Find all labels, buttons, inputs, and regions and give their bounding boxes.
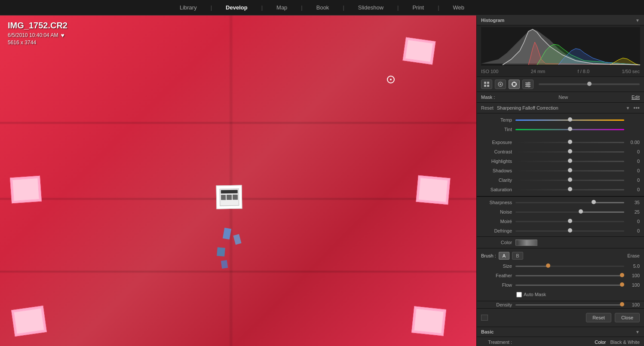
target-tool-btn[interactable]: [509, 80, 520, 89]
moire-slider[interactable]: [515, 221, 624, 222]
exposure-label: Exposure: [481, 140, 515, 145]
nav-slideshow[interactable]: Slideshow: [355, 3, 387, 12]
temp-slider[interactable]: [515, 119, 624, 121]
svg-rect-1: [484, 82, 486, 84]
tape-3: [217, 247, 225, 256]
brush-tab-b[interactable]: B: [512, 252, 523, 260]
adjust-tool-btn[interactable]: [522, 80, 534, 89]
defringe-value: 0: [624, 228, 640, 233]
flow-thumb: [620, 282, 624, 287]
image-overlay: IMG_1752.CR2 6/5/2010 10:40:04 AM ♥ 5616…: [8, 21, 67, 46]
iso: ISO 100: [481, 69, 498, 74]
preset-dropdown-icon[interactable]: ▼: [626, 106, 630, 110]
nav-develop[interactable]: Develop: [222, 3, 251, 12]
treatment-color[interactable]: Color: [595, 340, 606, 345]
treatment-row: Treatment : Color Black & White: [477, 337, 644, 346]
aperture: f / 8.0: [578, 69, 590, 74]
saturation-slider[interactable]: [515, 189, 624, 190]
preset-name: Sharpening Falloff Correction: [497, 105, 623, 110]
shadows-label: Shadows: [481, 168, 515, 173]
focal-length: 24 mm: [531, 69, 546, 74]
svg-point-15: [528, 82, 530, 84]
clarity-label: Clarity: [481, 178, 515, 183]
noise-label: Noise: [481, 209, 515, 214]
contrast-slider[interactable]: [515, 151, 624, 153]
tint-slider[interactable]: [515, 129, 624, 130]
saturation-value: 0: [624, 187, 640, 192]
density-value: 100: [624, 302, 640, 307]
flow-slider[interactable]: [515, 285, 624, 286]
brush-erase-button[interactable]: Erase: [627, 253, 640, 258]
circle-tool-btn[interactable]: [495, 80, 506, 89]
histogram-svg: [481, 27, 640, 66]
mask-edit-button[interactable]: Edit: [632, 95, 640, 100]
photo-background: IMG_1752.CR2 6/5/2010 10:40:04 AM ♥ 5616…: [0, 15, 476, 346]
tape-4: [221, 260, 228, 269]
image-filename: IMG_1752.CR2: [8, 21, 67, 31]
highlights-label: Highlights: [481, 159, 515, 164]
center-card: [216, 185, 242, 209]
defringe-row: Defringe 0: [477, 226, 644, 236]
histogram-canvas: ◤ ◥: [481, 27, 640, 66]
sharpness-value: 35: [624, 200, 640, 205]
shadows-slider[interactable]: [515, 170, 624, 171]
nav-map[interactable]: Map: [273, 3, 291, 12]
main-layout: IMG_1752.CR2 6/5/2010 10:40:04 AM ♥ 5616…: [0, 15, 644, 346]
contrast-label: Contrast: [481, 149, 515, 154]
preset-reset-label[interactable]: Reset: [481, 105, 494, 110]
right-panel: Histogram ▼ ◤ ◥: [476, 15, 644, 346]
nav-library[interactable]: Library: [176, 3, 200, 12]
mask-new-button[interactable]: New: [558, 95, 568, 100]
feather-slider[interactable]: [515, 275, 624, 276]
noise-slider[interactable]: [515, 211, 624, 213]
mask-section: Mask : New Edit: [477, 92, 644, 103]
defringe-label: Defringe: [481, 228, 515, 233]
auto-mask-checkbox[interactable]: [516, 292, 522, 297]
exposure-slider[interactable]: [515, 142, 624, 143]
temp-label: Temp: [481, 117, 515, 122]
shutter-speed: 1/50 sec: [622, 69, 640, 74]
sharpness-row: Sharpness 35: [477, 198, 644, 207]
size-label: Size: [481, 263, 515, 269]
image-dimensions: 5616 x 3744: [8, 40, 67, 46]
color-swatch[interactable]: [515, 239, 537, 245]
tape-1: [223, 228, 231, 239]
size-slider[interactable]: [515, 266, 624, 267]
exposure-thumb: [568, 140, 572, 144]
shadows-thumb: [568, 168, 572, 172]
sharpness-slider[interactable]: [515, 202, 624, 203]
histogram-header[interactable]: Histogram ▼: [477, 15, 644, 25]
brush-label: Brush :: [481, 253, 496, 258]
clarity-slider[interactable]: [515, 180, 624, 181]
saturation-thumb: [568, 187, 572, 191]
size-row: Size 5.0: [477, 261, 644, 271]
moire-thumb: [568, 219, 572, 223]
sticker-card-5: [411, 306, 446, 336]
treatment-bw[interactable]: Black & White: [610, 340, 640, 345]
nav-print[interactable]: Print: [409, 3, 427, 12]
preset-options-icon[interactable]: •••: [633, 104, 640, 111]
tint-thumb: [568, 127, 572, 131]
moire-value: 0: [624, 219, 640, 224]
basic-arrow: ▼: [635, 330, 640, 334]
feather-row: Feather 100: [477, 271, 644, 280]
size-thumb: [546, 263, 550, 268]
basic-header[interactable]: Basic ▼: [477, 327, 644, 337]
saturation-row: Saturation 0: [477, 185, 644, 194]
nav-web[interactable]: Web: [450, 3, 468, 12]
brush-tab-a[interactable]: A: [499, 252, 509, 260]
close-button[interactable]: Close: [615, 313, 640, 322]
density-slider[interactable]: [515, 304, 624, 306]
defringe-slider[interactable]: [515, 230, 624, 232]
shadows-value: 0: [624, 168, 640, 173]
grid-tool-btn[interactable]: [481, 80, 492, 89]
svg-point-16: [526, 84, 528, 86]
reset-button[interactable]: Reset: [586, 313, 611, 322]
nav-book[interactable]: Book: [313, 3, 333, 12]
tool-slider[interactable]: [539, 83, 640, 85]
highlights-slider[interactable]: [515, 161, 624, 162]
sticker-card-2: [10, 176, 42, 204]
preview-checkbox[interactable]: [481, 315, 488, 321]
feather-label: Feather: [481, 273, 515, 278]
brush-section: Brush : A B Erase Size 5.0 Feather 100: [477, 248, 644, 301]
